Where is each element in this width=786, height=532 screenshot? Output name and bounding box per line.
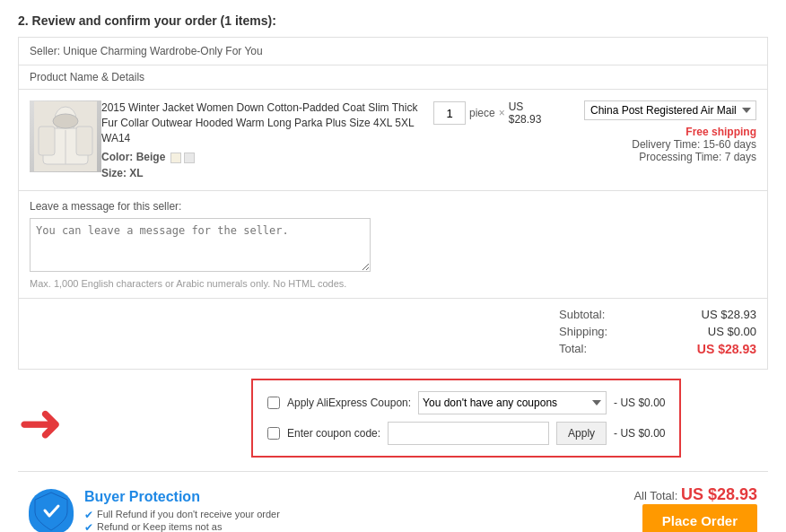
shipping-total-label: Shipping:: [559, 325, 667, 338]
aliexpress-coupon-discount: - US $0.00: [614, 397, 665, 409]
quantity-input[interactable]: 1: [433, 101, 466, 125]
svg-point-6: [53, 114, 78, 128]
subtotal-row: Subtotal: US $28.93: [30, 308, 756, 321]
coupon-code-input[interactable]: [388, 422, 549, 445]
aliexpress-coupon-label: Apply AliExpress Coupon:: [287, 397, 411, 409]
apply-button[interactable]: Apply: [556, 422, 607, 445]
coupon-code-label: Enter coupon code:: [287, 427, 380, 440]
color-swatch2: [184, 153, 195, 163]
total-label: Total:: [559, 342, 667, 356]
bp-content: Buyer Protection ✔ Full Refund if you do…: [84, 489, 280, 532]
arrow-area: ➜: [18, 370, 72, 450]
message-label: Leave a message for this seller:: [30, 200, 756, 213]
total-row: Total: US $28.93: [30, 342, 756, 356]
product-color: Color: Beige: [101, 151, 433, 163]
total-place-order: All Total: US $28.93 Place Order: [633, 485, 757, 532]
message-hint: Max. 1,000 English characters or Arabic …: [30, 278, 756, 289]
all-total-row: All Total: US $28.93: [633, 485, 757, 504]
bp-text1: Full Refund if you don't receive your or…: [97, 509, 280, 519]
red-arrow: ➜: [18, 397, 63, 450]
bp-check1: ✔: [84, 509, 93, 521]
unit-label: piece: [469, 107, 495, 119]
coupon-section: Apply AliExpress Coupon: You don't have …: [251, 379, 681, 458]
coupon-wrapper: ➜ Apply AliExpress Coupon: You don't hav…: [18, 370, 768, 467]
product-name: 2015 Winter Jacket Women Down Cotton-Pad…: [101, 100, 433, 145]
shipping-method-select[interactable]: China Post Registered Air Mail: [584, 100, 756, 120]
unit-price: US $28.93: [509, 100, 559, 126]
bottom-section: Buyer Protection ✔ Full Refund if you do…: [18, 471, 768, 532]
shipping-col: China Post Registered Air Mail Free ship…: [559, 100, 756, 163]
column-headers: Product Name & Details: [19, 65, 767, 90]
bp-check2: ✔: [84, 521, 93, 532]
product-image: [30, 100, 101, 172]
svg-rect-3: [39, 126, 55, 155]
col-shipping-header: [559, 71, 756, 83]
free-shipping-label: Free shipping: [568, 126, 756, 138]
subtotal-label: Subtotal:: [559, 308, 667, 321]
buyer-protection: Buyer Protection ✔ Full Refund if you do…: [29, 489, 280, 532]
totals-section: Subtotal: US $28.93 Shipping: US $0.00 T…: [19, 299, 767, 369]
processing-time: Processing Time: 7 days: [568, 151, 756, 163]
shipping-row: Shipping: US $0.00: [30, 325, 756, 338]
product-size: Size: XL: [101, 167, 433, 179]
product-details: 2015 Winter Jacket Women Down Cotton-Pad…: [101, 100, 433, 179]
col-product-header: Product Name & Details: [30, 71, 433, 83]
message-textarea[interactable]: [30, 218, 371, 272]
message-section: Leave a message for this seller: Max. 1,…: [19, 191, 767, 299]
place-order-button[interactable]: Place Order: [642, 504, 757, 532]
quantity-price-col: 1 piece × US $28.93: [433, 100, 559, 126]
col-quantity-header: [433, 71, 559, 83]
color-value: Beige: [136, 151, 166, 163]
multiply-sign: ×: [499, 107, 505, 119]
color-swatch1: [170, 153, 181, 163]
aliexpress-coupon-select[interactable]: You don't have any coupons: [418, 391, 607, 414]
all-total-value: US $28.93: [681, 485, 757, 503]
svg-rect-4: [76, 126, 92, 155]
all-total-label: All Total:: [633, 489, 677, 502]
bp-item2: ✔ Refund or Keep items not as: [84, 521, 280, 532]
aliexpress-coupon-checkbox[interactable]: [267, 397, 280, 409]
section-title: 2. Review and confirm your order (1 item…: [18, 13, 768, 28]
delivery-time: Delivery Time: 15-60 days: [568, 138, 756, 151]
coupon-code-discount: - US $0.00: [614, 427, 665, 440]
subtotal-value: US $28.93: [667, 308, 756, 321]
seller-info: Seller: Unique Charming Wardrobe-Only Fo…: [19, 38, 767, 65]
size-value: XL: [129, 167, 143, 179]
shield-icon: [29, 489, 74, 532]
coupon-code-checkbox[interactable]: [267, 427, 280, 440]
shipping-total-value: US $0.00: [667, 325, 756, 338]
coupon-code-row: Enter coupon code: Apply - US $0.00: [267, 422, 665, 445]
aliexpress-coupon-row: Apply AliExpress Coupon: You don't have …: [267, 391, 665, 414]
bp-title: Buyer Protection: [84, 489, 280, 505]
bp-item1: ✔ Full Refund if you don't receive your …: [84, 509, 280, 521]
total-value: US $28.93: [667, 342, 756, 356]
bp-text2: Refund or Keep items not as: [97, 521, 222, 532]
product-row: 2015 Winter Jacket Women Down Cotton-Pad…: [19, 90, 767, 191]
